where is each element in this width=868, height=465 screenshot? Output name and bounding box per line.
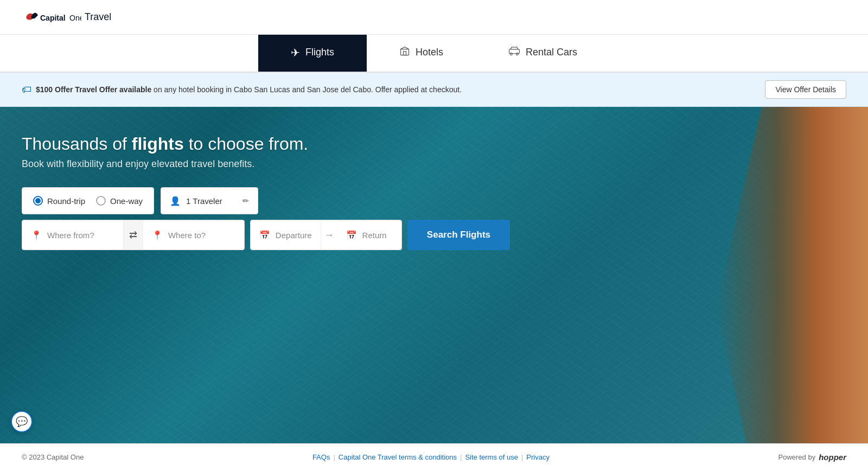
search-row2: 📍 Where from? ⇄ 📍 Where to? 📅 Departure … <box>22 220 510 250</box>
powered-by: Powered by hopper <box>778 453 846 462</box>
hero-subheading: Book with flexibility and enjoy elevated… <box>22 158 846 170</box>
svg-point-6 <box>516 53 519 55</box>
hero-content: Thousands of flights to choose from. Boo… <box>0 107 868 272</box>
return-calendar-icon: 📅 <box>346 230 357 240</box>
nav-tab-rental-cars[interactable]: Rental Cars <box>476 35 610 72</box>
chat-icon: 💬 <box>16 416 28 428</box>
trip-type-selector[interactable]: Round-trip One-way <box>22 187 154 214</box>
where-from-placeholder: Where from? <box>47 231 94 240</box>
chat-button[interactable]: 💬 <box>11 411 33 432</box>
from-location-icon: 📍 <box>31 230 42 240</box>
departure-date-input[interactable]: 📅 Departure <box>251 220 321 250</box>
promo-tag-icon: 🏷 <box>22 84 31 95</box>
swap-locations-button[interactable]: ⇄ <box>124 220 143 250</box>
footer-link-faqs[interactable]: FAQs <box>312 453 330 461</box>
footer-link-terms[interactable]: Capital One Travel terms & conditions <box>339 453 457 461</box>
hero-heading: Thousands of flights to choose from. <box>22 134 846 154</box>
traveler-count-label: 1 Traveler <box>186 196 222 206</box>
footer-links: FAQs | Capital One Travel terms & condit… <box>312 453 550 461</box>
svg-rect-2 <box>400 49 409 55</box>
nav-tab-flights[interactable]: ✈ Flights <box>258 35 367 72</box>
nav-tab-flights-label: Flights <box>305 47 334 58</box>
footer-link-site-terms[interactable]: Site terms of use <box>465 453 518 461</box>
svg-text:One: One <box>69 14 81 22</box>
round-trip-option[interactable]: Round-trip <box>33 196 85 206</box>
search-flights-button[interactable]: Search Flights <box>407 220 510 250</box>
hero-section: Thousands of flights to choose from. Boo… <box>0 107 868 443</box>
svg-rect-3 <box>403 52 406 55</box>
nav-tab-hotels[interactable]: Hotels <box>367 35 476 72</box>
one-way-radio[interactable] <box>96 196 106 206</box>
traveler-selector[interactable]: 👤 1 Traveler ✏ <box>161 187 258 214</box>
footer-link-privacy[interactable]: Privacy <box>526 453 550 461</box>
traveler-icon: 👤 <box>170 196 181 206</box>
nav: ✈ Flights Hotels Rental Cars <box>0 35 868 73</box>
where-from-input[interactable]: 📍 Where from? <box>22 220 124 250</box>
logo-svg: Capital One <box>22 7 81 28</box>
rental-cars-icon <box>508 46 520 59</box>
one-way-option[interactable]: One-way <box>96 196 143 206</box>
logo[interactable]: Capital One Travel <box>22 7 111 28</box>
flights-icon: ✈ <box>291 46 300 59</box>
header: Capital One Travel <box>0 0 868 35</box>
view-offer-button[interactable]: View Offer Details <box>765 80 846 99</box>
svg-text:Capital: Capital <box>40 14 66 22</box>
promo-message: $100 Offer Travel Offer available on any… <box>36 85 462 94</box>
svg-point-5 <box>510 53 513 55</box>
hopper-logo: hopper <box>819 453 846 462</box>
departure-placeholder: Departure <box>276 231 312 240</box>
edit-travelers-icon: ✏ <box>242 196 249 205</box>
search-form: Round-trip One-way 👤 1 Traveler ✏ 📍 <box>22 187 510 250</box>
departure-calendar-icon: 📅 <box>259 230 270 240</box>
round-trip-radio[interactable] <box>33 196 43 206</box>
promo-text: 🏷 $100 Offer Travel Offer available on a… <box>22 84 462 95</box>
copyright-text: © 2023 Capital One <box>22 453 84 461</box>
date-arrow-icon: → <box>321 220 337 250</box>
hotels-icon <box>399 46 410 59</box>
where-to-input[interactable]: 📍 Where to? <box>143 220 244 250</box>
search-row1: Round-trip One-way 👤 1 Traveler ✏ <box>22 187 510 214</box>
return-date-input[interactable]: 📅 Return <box>337 220 401 250</box>
logo-travel-text: Travel <box>85 11 111 23</box>
footer: © 2023 Capital One FAQs | Capital One Tr… <box>0 443 868 465</box>
nav-tab-hotels-label: Hotels <box>416 47 443 58</box>
promo-banner: 🏷 $100 Offer Travel Offer available on a… <box>0 73 868 107</box>
to-location-icon: 📍 <box>152 230 163 240</box>
return-placeholder: Return <box>362 231 387 240</box>
location-inputs: 📍 Where from? ⇄ 📍 Where to? <box>22 220 245 250</box>
where-to-placeholder: Where to? <box>168 231 206 240</box>
nav-tab-rental-cars-label: Rental Cars <box>526 47 577 58</box>
date-inputs: 📅 Departure → 📅 Return <box>250 220 402 250</box>
